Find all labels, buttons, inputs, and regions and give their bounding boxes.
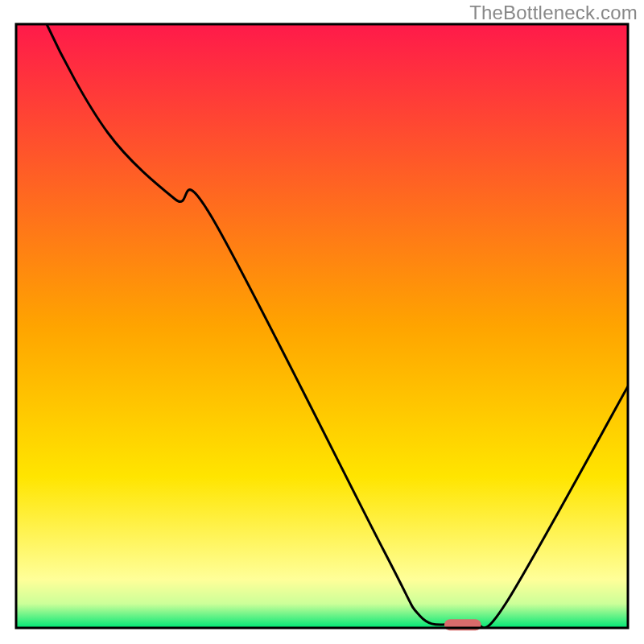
gradient-background — [16, 24, 628, 628]
attribution-label: TheBottleneck.com — [469, 2, 638, 24]
bottleneck-chart — [0, 0, 644, 644]
